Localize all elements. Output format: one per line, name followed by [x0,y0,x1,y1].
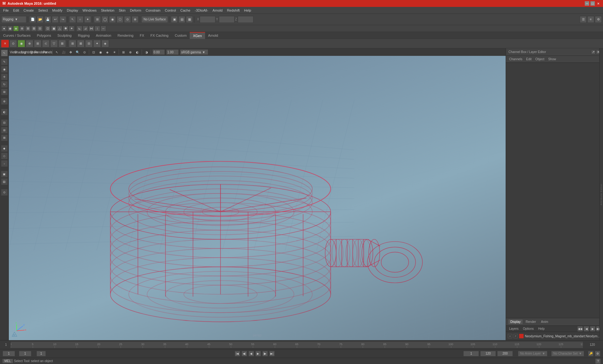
snap-grid-btn[interactable]: ⊞ [94,16,101,23]
layer-tab-anim[interactable]: Anim [539,319,550,324]
xgen-tool-7[interactable]: ⊟ [37,26,43,31]
render-region-btn[interactable]: ▦ [186,16,193,23]
minimize-button[interactable]: ─ [585,1,589,6]
play-fwd-btn[interactable]: ▶ [255,351,261,356]
attr-editor-toggle[interactable]: ≡ [587,16,594,23]
menu-redshift[interactable]: Redshift [225,8,242,13]
xgen-sub-13[interactable]: ◈ [101,40,109,47]
xgen-tool-8[interactable]: ⊡ [45,26,51,31]
step-back-btn[interactable]: ◀| [242,351,247,356]
anim-key-btn[interactable]: ◆ [1,145,8,152]
live-surface-button[interactable]: No Live Surface [141,16,168,23]
vp-texture-btn[interactable]: ◈ [104,49,111,55]
channel-box-toggle[interactable]: ☰ [580,16,587,23]
xgen-tool-9[interactable]: ▣ [51,26,57,31]
snap-curve-btn[interactable]: ◯ [101,16,108,23]
xgen-tool-10[interactable]: △ [57,26,62,31]
z-coord-field[interactable] [238,16,253,23]
tool-settings-toggle[interactable]: ⚙ [595,16,602,23]
layer-prev[interactable]: ◀ [584,326,589,332]
step-fwd-btn[interactable]: |▶ [262,351,268,356]
menu-cache[interactable]: Cache [178,8,192,13]
menu-control[interactable]: Control [163,8,178,13]
maximize-button[interactable]: □ [590,1,595,6]
xgen-sub-2[interactable]: ⊙ [9,40,17,47]
menu-skin[interactable]: Skin [117,8,127,13]
menu-edit[interactable]: Edit [11,8,21,13]
menu-display[interactable]: Display [65,8,80,13]
vp-camera-btn[interactable]: 🎥 [61,49,67,55]
layer-subtab-help[interactable]: Help [536,326,546,331]
channel-box-float-btn[interactable]: ↗ [591,50,595,54]
menu-skeleton[interactable]: Skeleton [99,8,116,13]
vp-isolate-btn[interactable]: ◑ [143,49,149,55]
tab-animation[interactable]: Animation [93,32,114,39]
vp-pan-btn[interactable]: ✥ [68,49,74,55]
anim-key3-btn[interactable]: ⬦ [1,160,8,167]
goto-end-btn[interactable]: ▶| [269,351,275,356]
layout2-btn[interactable]: ⊞ [1,127,8,134]
tab-custom[interactable]: Custom [172,32,190,39]
xgen-tool-12[interactable]: ✦ [69,26,74,31]
redo-btn[interactable]: ↪ [59,16,66,23]
menu-constrain[interactable]: Constrain [144,8,162,13]
layer-subtab-options[interactable]: Options [521,326,535,331]
range-end-input[interactable]: 120 [480,351,496,356]
select-mode-btn[interactable]: ↖ [1,50,8,56]
close-button[interactable]: ✕ [596,1,600,6]
start-frame-input[interactable]: 1 [3,351,15,356]
auto-key-btn[interactable]: 🔑 [588,351,594,356]
render-region-left-btn[interactable]: ▣ [1,171,8,178]
vp-grid-btn[interactable]: ⊞ [120,49,127,55]
paint-select-btn[interactable]: ✦ [84,16,91,23]
snap-live-btn[interactable]: ⊕ [132,16,139,23]
xgen-sub-7[interactable]: ▽ [50,40,58,47]
xgen-sub-5[interactable]: ⊞ [34,40,41,47]
settings-btn[interactable]: ⚙ [595,351,600,356]
y-coord-field[interactable] [219,16,235,23]
menu-select[interactable]: Select [36,8,50,13]
current-frame-input[interactable]: 1 [19,351,31,356]
vp-menu-lighting[interactable]: Lighting [24,49,30,55]
open-scene-btn[interactable]: 📂 [37,16,44,23]
xgen-tool-17[interactable]: ↔ [100,26,106,31]
ipr-render-btn[interactable]: ▤ [178,16,185,23]
xgen-sub-12[interactable]: ✦ [93,40,101,47]
undo-btn[interactable]: ↩ [52,16,59,23]
xgen-sub-6[interactable]: ⊂ [42,40,50,47]
xgen-tool-6[interactable]: ⊠ [31,26,37,31]
xgen-sub-3[interactable]: ◉ [18,40,25,47]
new-scene-btn[interactable]: 📄 [29,16,36,23]
xgen-tool-1[interactable]: ● [1,26,7,31]
viewport[interactable]: View Shading Lighting Show Renderer Pane… [9,48,506,340]
save-scene-btn[interactable]: 💾 [44,16,51,23]
menu-deform[interactable]: Deform [128,8,143,13]
menu-modify[interactable]: Modify [50,8,64,13]
xgen-tool-15[interactable]: ⋈ [89,26,94,31]
rotate-tool-btn[interactable]: ↻ [1,81,8,88]
snap-point-btn[interactable]: ◉ [109,16,116,23]
layer-tab-display[interactable]: Display [508,319,523,324]
tab-sculpting[interactable]: Sculpting [54,32,75,39]
vp-light-btn[interactable]: ☀ [111,49,117,55]
vp-orbit-btn[interactable]: ⊙ [81,49,88,55]
misc-btn-1[interactable]: ⊙ [1,189,8,196]
cb-tab-show[interactable]: Show [546,57,558,62]
tab-xgen[interactable]: XGen [190,32,205,39]
tab-rendering[interactable]: Rendering [114,32,137,39]
preset-dropdown[interactable]: Rigging ▼ [1,16,26,23]
tab-fx-caching[interactable]: FX Caching [147,32,171,39]
exposure-field[interactable]: 0.00 [152,49,165,55]
layout3-btn[interactable]: ⊠ [1,134,8,141]
paint-mode-btn[interactable]: ✎ [1,58,8,65]
soft-select-btn[interactable]: ◐ [1,109,8,115]
xgen-sub-11[interactable]: ⊟ [85,40,93,47]
character-set-dropdown[interactable]: No Character Set ▼ [551,351,584,356]
xgen-tool-5[interactable]: ⊞ [25,26,31,31]
show-manip-btn[interactable]: ⊕ [1,98,8,105]
goto-start-btn[interactable]: |◀ [235,351,240,356]
timeline-area[interactable]: 1 05101520253035404550556065707580859095… [0,340,603,349]
cb-tab-channels[interactable]: Channels [507,57,524,62]
xgen-tool-4[interactable]: ⊕ [19,26,25,31]
range-start-input[interactable]: 1 [463,351,479,356]
